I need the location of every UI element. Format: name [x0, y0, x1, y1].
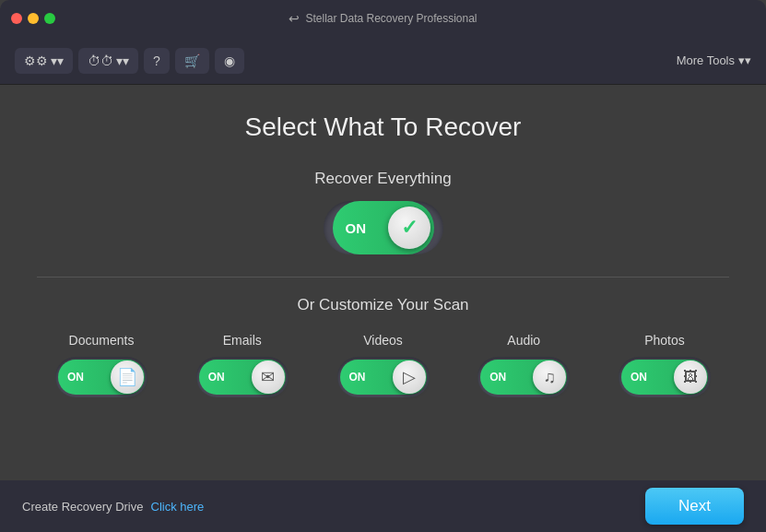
- categories-row: Documents ON Emails ON: [37, 333, 729, 397]
- big-toggle-track: ON: [333, 201, 434, 254]
- audio-icon: [544, 368, 557, 387]
- maximize-button[interactable]: [44, 13, 55, 24]
- document-icon: [117, 367, 137, 387]
- category-audio: Audio ON: [477, 333, 570, 397]
- recover-everything-toggle[interactable]: ON: [324, 201, 443, 254]
- gear-icon: ⚙: [24, 53, 48, 68]
- more-tools-chevron: ▾: [738, 53, 751, 67]
- user-button[interactable]: ◉: [215, 48, 244, 74]
- emails-toggle[interactable]: ON: [196, 357, 289, 397]
- help-icon: ?: [153, 53, 160, 68]
- documents-toggle-knob: [111, 361, 144, 394]
- help-button[interactable]: ?: [144, 48, 170, 74]
- time-chevron: ▾: [116, 53, 129, 68]
- close-button[interactable]: [11, 13, 22, 24]
- minimize-button[interactable]: [28, 13, 39, 24]
- category-emails: Emails ON: [196, 333, 289, 397]
- category-videos-label: Videos: [363, 333, 403, 348]
- time-icon: ⏱: [88, 53, 113, 68]
- recover-everything-section: Recover Everything ON: [37, 170, 729, 254]
- emails-toggle-knob: [252, 361, 285, 394]
- cart-icon: 🛒: [184, 53, 200, 68]
- main-content: Select What To Recover Recover Everythin…: [0, 85, 766, 416]
- time-machine-button[interactable]: ⏱ ▾: [78, 48, 138, 74]
- cart-button[interactable]: 🛒: [175, 48, 209, 74]
- next-button[interactable]: Next: [645, 488, 744, 525]
- category-photos-label: Photos: [644, 333, 685, 348]
- create-recovery-label: Create Recovery Drive: [22, 500, 144, 514]
- photo-icon: [683, 369, 698, 385]
- videos-toggle-knob: [393, 361, 426, 394]
- traffic-lights: [11, 13, 55, 24]
- audio-toggle-on: ON: [489, 371, 506, 384]
- documents-toggle-on: ON: [67, 371, 84, 384]
- audio-toggle-knob: [533, 361, 566, 394]
- category-documents: Documents ON: [55, 333, 147, 397]
- recover-everything-toggle-container: ON: [37, 201, 729, 254]
- more-tools-label: More Tools: [677, 53, 735, 67]
- photos-toggle-on: ON: [630, 371, 647, 384]
- click-here-link[interactable]: Click here: [151, 500, 205, 514]
- videos-toggle-on: ON: [349, 371, 366, 384]
- big-toggle-on-label: ON: [346, 220, 367, 236]
- videos-toggle[interactable]: ON: [337, 357, 430, 397]
- category-emails-label: Emails: [223, 333, 262, 348]
- check-icon: [401, 216, 418, 240]
- category-videos: Videos ON: [337, 333, 430, 397]
- settings-chevron: ▾: [51, 53, 64, 68]
- category-audio-label: Audio: [507, 333, 540, 348]
- category-photos: Photos ON: [619, 333, 711, 397]
- app-title: Stellar Data Recovery Professional: [305, 12, 477, 25]
- photos-toggle-knob: [674, 361, 707, 394]
- titlebar: Stellar Data Recovery Professional: [0, 0, 766, 37]
- audio-toggle[interactable]: ON: [477, 357, 570, 397]
- toolbar: ⚙ ▾ ⏱ ▾ ? 🛒 ◉ More Tools ▾: [0, 37, 766, 85]
- email-icon: [261, 367, 275, 387]
- category-documents-label: Documents: [69, 333, 135, 348]
- toolbar-left: ⚙ ▾ ⏱ ▾ ? 🛒 ◉: [15, 48, 244, 74]
- photos-toggle[interactable]: ON: [619, 357, 711, 397]
- documents-toggle[interactable]: ON: [55, 357, 147, 397]
- page-title: Select What To Recover: [37, 112, 729, 142]
- settings-button[interactable]: ⚙ ▾: [15, 48, 73, 74]
- big-toggle-knob: [388, 207, 430, 249]
- recover-everything-label: Recover Everything: [37, 170, 729, 188]
- emails-toggle-on: ON: [208, 371, 225, 384]
- divider: [37, 277, 729, 278]
- footer-left: Create Recovery Drive Click here: [22, 500, 204, 514]
- more-tools-button[interactable]: More Tools ▾: [677, 53, 751, 67]
- footer: Create Recovery Drive Click here Next: [0, 480, 766, 532]
- customize-label: Or Customize Your Scan: [37, 296, 729, 314]
- titlebar-center: Stellar Data Recovery Professional: [289, 11, 477, 26]
- user-icon: ◉: [224, 53, 235, 68]
- back-icon[interactable]: [289, 11, 300, 26]
- video-icon: [403, 367, 416, 387]
